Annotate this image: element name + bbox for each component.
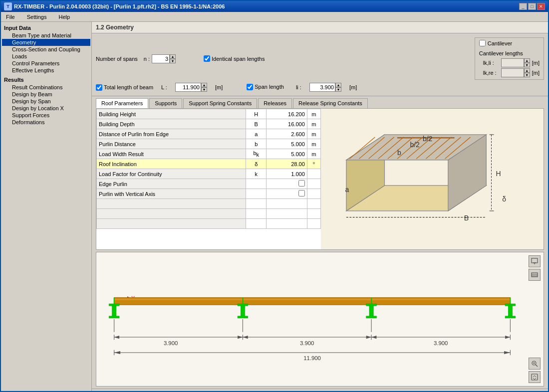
span-length-checkbox-group: Span length bbox=[247, 84, 284, 90]
li-spin-down[interactable]: ▼ bbox=[335, 87, 341, 92]
L-spin-buttons: ▲ ▼ bbox=[201, 83, 207, 92]
svg-rect-27 bbox=[532, 258, 538, 263]
menu-bar: File Settings Help bbox=[1, 12, 548, 22]
zoom-fit-button[interactable] bbox=[529, 358, 541, 370]
spans-spinner[interactable]: ▲ ▼ bbox=[152, 54, 176, 63]
cell-purlin-dist-val[interactable] bbox=[267, 139, 307, 149]
cantilever-lengths-row: Cantilever lengths bbox=[479, 50, 540, 56]
sidebar-item-support-forces[interactable]: Support Forces bbox=[2, 112, 90, 119]
lk-li-unit: [m] bbox=[532, 60, 540, 66]
title-bar-left: T RX-TIMBER - Purlin 2.04.0003 (32bit) -… bbox=[4, 2, 225, 10]
input-data-title: Input Data bbox=[2, 24, 90, 32]
lk-li-spinner[interactable]: ▲ ▼ bbox=[501, 58, 530, 67]
cell-purlin-edge-val[interactable] bbox=[267, 129, 307, 139]
cell-building-depth-label: Building Depth bbox=[97, 119, 246, 129]
li-unit: [m] bbox=[349, 84, 357, 90]
right-panel: 1.2 Geometry Number of spans n : ▲ ▼ bbox=[92, 22, 548, 391]
cell-load-width-sym: bk bbox=[246, 149, 267, 159]
spans-spin-up[interactable]: ▲ bbox=[170, 54, 176, 59]
bottom-buttons-bar: ? Calculation Details... Nat. Annex... R… bbox=[92, 389, 548, 391]
cell-purlin-dist-sym: b bbox=[246, 139, 267, 149]
L-spin-up[interactable]: ▲ bbox=[201, 83, 207, 87]
menu-settings[interactable]: Settings bbox=[24, 13, 50, 20]
sidebar-item-design-by-location[interactable]: Design by Location X bbox=[2, 105, 90, 112]
total-length-label: Total length of beam bbox=[104, 84, 153, 90]
span-length-checkbox[interactable] bbox=[247, 84, 253, 90]
L-input[interactable] bbox=[175, 83, 201, 92]
menu-file[interactable]: File bbox=[3, 13, 18, 20]
table-row: Building Height H m bbox=[97, 109, 321, 119]
diagram-btn-1[interactable] bbox=[529, 255, 541, 267]
L-spin-down[interactable]: ▼ bbox=[201, 87, 207, 92]
menu-help[interactable]: Help bbox=[55, 13, 73, 20]
sidebar-item-design-by-span[interactable]: Design by Span bbox=[2, 98, 90, 105]
lk-li-spin-down[interactable]: ▼ bbox=[524, 63, 530, 67]
cell-purlin-edge-sym: a bbox=[246, 129, 267, 139]
cell-load-factor-val[interactable] bbox=[267, 169, 307, 179]
svg-marker-82 bbox=[504, 351, 510, 354]
cell-building-height-sym: H bbox=[246, 109, 267, 119]
main-window: T RX-TIMBER - Purlin 2.04.0003 (32bit) -… bbox=[0, 0, 549, 392]
lk-li-input[interactable] bbox=[501, 58, 524, 67]
L-spinner[interactable]: ▲ ▼ bbox=[175, 83, 207, 92]
main-content: Input Data Beam Type and Material Geomet… bbox=[1, 22, 548, 391]
geometry-controls: Number of spans n : ▲ ▼ bbox=[92, 33, 548, 96]
sidebar-item-deformations[interactable]: Deformations bbox=[2, 119, 90, 126]
lk-re-input[interactable] bbox=[501, 68, 524, 77]
cantilever-checkbox[interactable] bbox=[479, 40, 486, 46]
diagram-btn-2[interactable] bbox=[529, 269, 541, 281]
svg-rect-52 bbox=[366, 304, 377, 306]
lk-re-spinner[interactable]: ▲ ▼ bbox=[501, 68, 530, 77]
tab-release-spring[interactable]: Release Spring Constants bbox=[293, 98, 368, 108]
sidebar-item-cross-section[interactable]: Cross-Section and Coupling bbox=[2, 46, 90, 53]
lk-re-unit: [m] bbox=[532, 70, 540, 76]
identical-spans-group: Identical span lengths bbox=[204, 55, 265, 62]
cell-inclination-val[interactable] bbox=[267, 159, 307, 169]
li-input[interactable] bbox=[309, 83, 335, 92]
lk-li-spin-up[interactable]: ▲ bbox=[524, 58, 530, 63]
tab-supports[interactable]: Supports bbox=[149, 98, 182, 108]
sidebar-item-design-by-beam[interactable]: Design by Beam bbox=[2, 91, 90, 98]
cell-edge-purlin-val[interactable] bbox=[267, 179, 307, 189]
sidebar-item-loads[interactable]: Loads bbox=[2, 53, 90, 60]
svg-text:a: a bbox=[345, 186, 349, 194]
minimize-button[interactable]: _ bbox=[519, 3, 527, 10]
svg-rect-30 bbox=[532, 273, 538, 277]
tab-support-spring[interactable]: Support Spring Constants bbox=[183, 98, 257, 108]
sidebar-item-control-params[interactable]: Control Parameters bbox=[2, 60, 90, 67]
cell-building-depth-val[interactable] bbox=[267, 119, 307, 129]
sidebar-item-effective-lengths[interactable]: Effective Lengths bbox=[2, 67, 90, 74]
li-spinner[interactable]: ▲ ▼ bbox=[309, 83, 341, 92]
zoom-reset-button[interactable] bbox=[529, 371, 541, 383]
maximize-button[interactable]: □ bbox=[528, 3, 536, 10]
svg-marker-75 bbox=[371, 336, 376, 339]
edge-purlin-checkbox[interactable] bbox=[298, 180, 305, 187]
lk-re-spin-down[interactable]: ▼ bbox=[524, 73, 530, 77]
cell-building-height-val[interactable] bbox=[267, 109, 307, 119]
cell-purlin-vertical-val[interactable] bbox=[267, 189, 307, 199]
cell-load-width-val[interactable] bbox=[267, 149, 307, 159]
li-spin-buttons: ▲ ▼ bbox=[335, 83, 341, 92]
L-unit: [m] bbox=[215, 84, 223, 90]
table-row: Purlin with Vertical Axis bbox=[97, 189, 321, 199]
svg-rect-43 bbox=[112, 306, 116, 317]
title-bar: T RX-TIMBER - Purlin 2.04.0003 (32bit) -… bbox=[1, 1, 548, 12]
sidebar-item-result-combinations[interactable]: Result Combinations bbox=[2, 84, 90, 91]
svg-line-34 bbox=[536, 365, 538, 367]
cell-purlin-dist-label: Purlin Distance bbox=[97, 139, 246, 149]
lk-re-spin-up[interactable]: ▲ bbox=[524, 68, 530, 73]
tab-releases[interactable]: Releases bbox=[258, 98, 292, 108]
spans-input[interactable] bbox=[152, 54, 170, 63]
identical-spans-checkbox[interactable] bbox=[204, 55, 210, 62]
purlin-vertical-checkbox[interactable] bbox=[298, 190, 305, 196]
spans-spin-down[interactable]: ▼ bbox=[170, 59, 176, 63]
tab-roof-params[interactable]: Roof Parameters bbox=[96, 98, 148, 108]
sidebar-item-geometry[interactable]: Geometry bbox=[2, 39, 90, 46]
sidebar-item-beam-type[interactable]: Beam Type and Material bbox=[2, 32, 90, 39]
cell-inclination-label: Roof Inclination bbox=[97, 159, 246, 169]
total-length-checkbox[interactable] bbox=[96, 84, 102, 91]
li-spin-up[interactable]: ▲ bbox=[335, 83, 341, 87]
close-button[interactable]: ✕ bbox=[537, 3, 545, 10]
table-row: Load Factor for Continuity k bbox=[97, 169, 321, 179]
table-row-empty bbox=[97, 209, 321, 219]
